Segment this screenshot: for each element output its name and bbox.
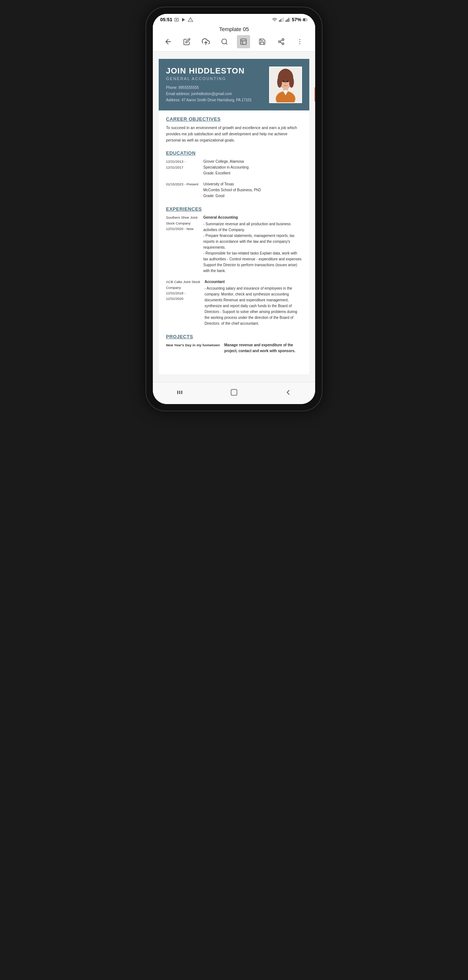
svg-rect-17: [240, 39, 246, 45]
signal2-icon: [285, 17, 290, 22]
scroll-indicator: [314, 87, 315, 102]
signal1-icon: [279, 17, 284, 22]
resume-body: CAREER OBJECTIVES To succeed in an envir…: [159, 110, 309, 367]
svg-point-1: [176, 19, 178, 21]
experiences-title: EXPERIENCES: [166, 206, 302, 212]
edu-entry-2: 01/15/2023 - Present University of Texas…: [166, 181, 302, 199]
edu-grade-2: Grade: Good: [203, 193, 302, 199]
svg-rect-43: [231, 390, 237, 395]
search-button[interactable]: [218, 35, 231, 48]
proj-entry-1: New Year's Day in my hometown Manage rev…: [166, 342, 302, 354]
photo-icon: [174, 17, 179, 22]
wifi-icon: [272, 17, 277, 22]
preview-button[interactable]: [237, 35, 250, 48]
career-objectives-text: To succeed in an environment of growth a…: [166, 125, 302, 143]
battery-display: 57%: [292, 17, 301, 22]
back-button[interactable]: [162, 35, 175, 48]
phone-label: Phone:: [166, 86, 178, 89]
exp-entry-1: Southern Shoe Joint Stock Company 12/31/…: [166, 215, 302, 274]
address-label: Address:: [166, 98, 180, 102]
share-button[interactable]: [275, 35, 288, 48]
education-title: EDUCATION: [166, 150, 302, 156]
status-left: 05:51 !: [160, 17, 193, 22]
svg-rect-7: [283, 17, 284, 22]
edu-details-1: Grover College, Alamosa Specialization i…: [203, 159, 302, 176]
content-area: JOIN HIDDLESTON GENERAL ACCOUNTING Phone…: [153, 52, 315, 382]
projects-title: PROJECTS: [166, 334, 302, 339]
svg-text:!: !: [191, 19, 191, 21]
svg-rect-8: [285, 20, 286, 22]
phone-value: 8955555555: [178, 86, 199, 89]
svg-rect-10: [288, 18, 289, 22]
header-info: JOIN HIDDLESTON GENERAL ACCOUNTING Phone…: [166, 66, 263, 103]
svg-line-16: [226, 43, 228, 45]
play-icon: [181, 17, 186, 22]
edu-date-2: 01/15/2023 - Present: [166, 181, 199, 199]
svg-rect-40: [177, 391, 178, 394]
exp-date-1: Southern Shoe Joint Stock Company 12/31/…: [166, 215, 199, 274]
edu-spec-1: Specialization in Accounting: [203, 165, 302, 170]
edu-details-2: University of Texas McCombs School of Bu…: [203, 181, 302, 199]
email-label: Email address:: [166, 92, 190, 96]
warning-icon: !: [188, 17, 193, 22]
proj-details-1: Manage revenue and expenditure of the pr…: [224, 342, 302, 354]
nav-back-button[interactable]: [282, 386, 295, 399]
edu-school-1: Grover College, Alamosa: [203, 159, 302, 165]
nav-home-button[interactable]: [228, 386, 240, 399]
phone-frame: 05:51 ! 57% Template 05: [146, 7, 322, 410]
edu-school-2: University of Texas: [203, 181, 302, 187]
svg-marker-2: [182, 18, 185, 22]
upload-button[interactable]: [199, 35, 212, 48]
address-value: 47 Aaron Smith Drive Harrisburg, PA 1710…: [181, 98, 252, 102]
battery-icon: [303, 17, 308, 22]
svg-point-25: [299, 39, 301, 40]
status-right: 57%: [272, 17, 308, 22]
exp-details-1: General Accounting - Summarize revenue a…: [203, 215, 302, 274]
edu-grade-1: Grade: Excellent: [203, 170, 302, 176]
exp-entry-2: ACB Cake Joint Stock Company 12/31/2018 …: [166, 279, 302, 326]
career-objectives-section: CAREER OBJECTIVES To succeed in an envir…: [166, 116, 302, 143]
svg-rect-9: [287, 19, 288, 22]
svg-point-35: [277, 76, 282, 88]
career-objectives-title: CAREER OBJECTIVES: [166, 116, 302, 122]
status-bar: 05:51 ! 57%: [153, 14, 315, 24]
edu-entry-1: 12/31/2013 - 12/31/2017 Grover College, …: [166, 159, 302, 176]
resume-header: JOIN HIDDLESTON GENERAL ACCOUNTING Phone…: [159, 59, 309, 110]
save-button[interactable]: [256, 35, 269, 48]
resume-contact: Phone: 8955555555 Email address: joinhid…: [166, 84, 263, 103]
profile-photo: [269, 67, 302, 103]
resume-name: JOIN HIDDLESTON: [166, 66, 263, 76]
edit-button[interactable]: [180, 35, 193, 48]
svg-point-39: [285, 83, 286, 84]
nav-menu-button[interactable]: [173, 386, 186, 399]
phone-screen: 05:51 ! 57% Template 05: [153, 14, 315, 404]
svg-rect-11: [290, 17, 290, 22]
svg-rect-13: [303, 19, 305, 21]
svg-point-38: [287, 80, 288, 82]
svg-rect-6: [282, 18, 282, 22]
toolbar-title: Template 05: [159, 26, 309, 32]
svg-rect-41: [179, 391, 180, 394]
time-display: 05:51: [160, 17, 172, 22]
exp-desc-2: - Accounting salary and insurance of emp…: [204, 286, 302, 326]
exp-role-2: Accountant: [204, 280, 224, 284]
svg-rect-4: [279, 20, 280, 22]
edu-spec-2: McCombs School of Business, PhD: [203, 187, 302, 193]
toolbar: Template 05: [153, 24, 315, 52]
svg-line-24: [280, 40, 282, 41]
svg-point-36: [289, 76, 294, 88]
email-value: joinhidleston@gmail.com: [191, 92, 232, 96]
experiences-section: EXPERIENCES Southern Shoe Joint Stock Co…: [166, 206, 302, 326]
svg-line-23: [280, 42, 282, 43]
exp-desc-1: - Summarize revenue and all production a…: [203, 221, 302, 274]
more-button[interactable]: [293, 35, 306, 48]
svg-point-26: [299, 41, 301, 42]
projects-section: PROJECTS New Year's Day in my hometown M…: [166, 334, 302, 354]
exp-date-2: ACB Cake Joint Stock Company 12/31/2018 …: [166, 279, 200, 326]
svg-point-27: [299, 43, 301, 45]
exp-role-1: General Accounting: [203, 215, 238, 220]
resume-role: GENERAL ACCOUNTING: [166, 76, 263, 81]
bottom-nav: [153, 382, 315, 404]
svg-rect-42: [181, 391, 183, 394]
education-section: EDUCATION 12/31/2013 - 12/31/2017 Grover…: [166, 150, 302, 199]
